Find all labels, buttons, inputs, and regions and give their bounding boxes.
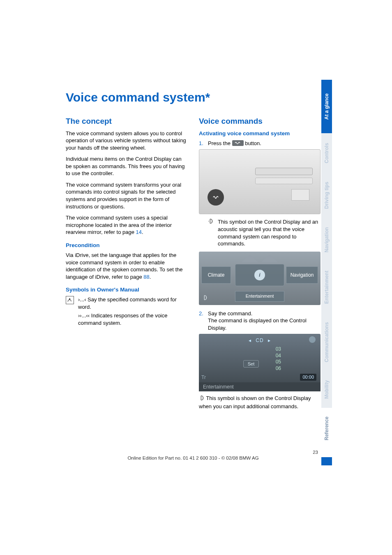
concept-p4a: The voice command system uses a special … bbox=[66, 215, 172, 235]
symbol-say-line: ›...‹ Say the specified commands word fo… bbox=[78, 296, 187, 310]
step-2: 2. Say the command. The command is displ… bbox=[199, 310, 321, 332]
page-link-14[interactable]: 14 bbox=[136, 229, 142, 235]
cd-time: 00:00 bbox=[300, 374, 316, 381]
heading-activating: Activating voice command system bbox=[199, 130, 321, 137]
voice-listen-icon bbox=[208, 218, 214, 247]
menu-top-arrow-icon bbox=[261, 255, 278, 262]
precondition-p: Via iDrive, set the language that applie… bbox=[66, 252, 187, 280]
step-1-text-a: Press the bbox=[208, 140, 232, 146]
cd-num: 03 bbox=[276, 346, 281, 353]
note-input-more-text: This symbol is shown on the Control Disp… bbox=[199, 395, 311, 409]
note-input-more: This symbol is shown on the Control Disp… bbox=[199, 395, 321, 410]
cd-num: 04 bbox=[276, 353, 281, 359]
dash-vent-icon bbox=[291, 189, 309, 201]
dashboard-illustration bbox=[199, 149, 321, 214]
footer-line: Online Edition for Part no. 01 41 2 600 … bbox=[127, 456, 258, 460]
cd-track-numbers: 03 04 05 06 bbox=[276, 346, 281, 372]
menu-tile-navigation: Navigation bbox=[286, 266, 318, 284]
mic-box-icon bbox=[66, 296, 74, 304]
tab-controls[interactable]: Controls bbox=[321, 133, 332, 173]
svg-rect-1 bbox=[232, 140, 244, 146]
cd-prev-icon: ◂ bbox=[249, 338, 251, 343]
cd-screen-illustration: ◂ CD ▸ 03 04 05 06 Set Tr 00:00 Entertai… bbox=[199, 334, 321, 391]
dash-screen-icon bbox=[255, 168, 313, 175]
right-column: Voice commands Activating voice command … bbox=[199, 116, 321, 414]
precondition-p-a: Via iDrive, set the language that applie… bbox=[66, 252, 182, 280]
menu-voice-corner-icon bbox=[202, 295, 208, 302]
svg-point-2 bbox=[212, 221, 213, 222]
step-2-text-b: The command is displayed on the Control … bbox=[208, 317, 307, 331]
tab-driving-tips[interactable]: Driving tips bbox=[321, 173, 332, 218]
concept-p3: The voice command system transforms your… bbox=[66, 181, 187, 210]
tab-navigation[interactable]: Navigation bbox=[321, 218, 332, 261]
tab-mobility[interactable]: Mobility bbox=[321, 371, 332, 408]
concept-p4: The voice command system uses a special … bbox=[66, 214, 187, 236]
voice-input-icon bbox=[199, 395, 205, 403]
page-edge-marker bbox=[321, 457, 332, 465]
page-number: 23 bbox=[66, 450, 321, 455]
symbol-response-line: ››...‹‹ Indicates responses of the voice… bbox=[78, 312, 187, 326]
cd-top-row: ◂ CD ▸ bbox=[199, 337, 321, 344]
voice-button-icon bbox=[232, 140, 244, 146]
menu-tile-entertainment: Entertainment bbox=[235, 291, 284, 302]
tab-communications[interactable]: Communications bbox=[321, 313, 332, 371]
step-1-text-b: button. bbox=[245, 140, 261, 146]
cd-num: 05 bbox=[276, 359, 281, 365]
svg-rect-0 bbox=[69, 298, 70, 301]
concept-p4b: . bbox=[142, 229, 143, 235]
step-2-number: 2. bbox=[199, 310, 208, 332]
cd-tr-label: Tr bbox=[201, 374, 206, 381]
heading-symbols: Symbols in Owner's Manual bbox=[66, 286, 187, 294]
heading-precondition: Precondition bbox=[66, 242, 187, 249]
step-1: 1. Press the button. bbox=[199, 140, 321, 147]
precondition-p-b: . bbox=[150, 274, 151, 280]
cd-label: CD bbox=[256, 338, 263, 343]
dash-knobs-icon bbox=[255, 178, 313, 184]
cd-set-button: Set bbox=[243, 360, 259, 368]
page-footer: 23 Online Edition for Part no. 01 41 2 6… bbox=[66, 450, 321, 460]
tab-at-a-glance[interactable]: At a glance bbox=[321, 80, 332, 133]
page-link-88[interactable]: 88 bbox=[143, 274, 149, 280]
menu-top-arrow-icon bbox=[242, 255, 258, 262]
symbols-row: ›...‹ Say the specified commands word fo… bbox=[66, 296, 187, 328]
info-icon: i bbox=[254, 270, 265, 280]
note-listen-text: This symbol on the Control Display and a… bbox=[218, 218, 321, 247]
page-title: Voice command system* bbox=[66, 90, 321, 104]
heading-voice-commands: Voice commands bbox=[199, 116, 321, 127]
cd-bottom-bar: Entertainment bbox=[199, 382, 321, 391]
side-tabs: At a glance Controls Driving tips Naviga… bbox=[321, 80, 332, 449]
tab-entertainment[interactable]: Entertainment bbox=[321, 261, 332, 313]
left-column: The concept The voice command system all… bbox=[66, 116, 187, 414]
menu-tile-climate: Climate bbox=[201, 266, 231, 284]
idrive-menu-illustration: Climate i Navigation Entertainment bbox=[199, 252, 321, 305]
cd-next-icon: ▸ bbox=[268, 338, 271, 343]
menu-tile-center: i bbox=[235, 264, 284, 286]
concept-p1: The voice command system allows you to c… bbox=[66, 130, 187, 152]
concept-p2: Individual menu items on the Control Dis… bbox=[66, 155, 187, 177]
steering-voice-button-icon bbox=[208, 189, 224, 206]
cd-num: 06 bbox=[276, 365, 281, 372]
svg-point-4 bbox=[203, 398, 204, 398]
tab-reference[interactable]: Reference bbox=[321, 408, 332, 449]
svg-point-3 bbox=[206, 298, 207, 298]
step-1-number: 1. bbox=[199, 140, 208, 147]
heading-the-concept: The concept bbox=[66, 116, 187, 127]
step-2-text-a: Say the command. bbox=[208, 310, 252, 317]
